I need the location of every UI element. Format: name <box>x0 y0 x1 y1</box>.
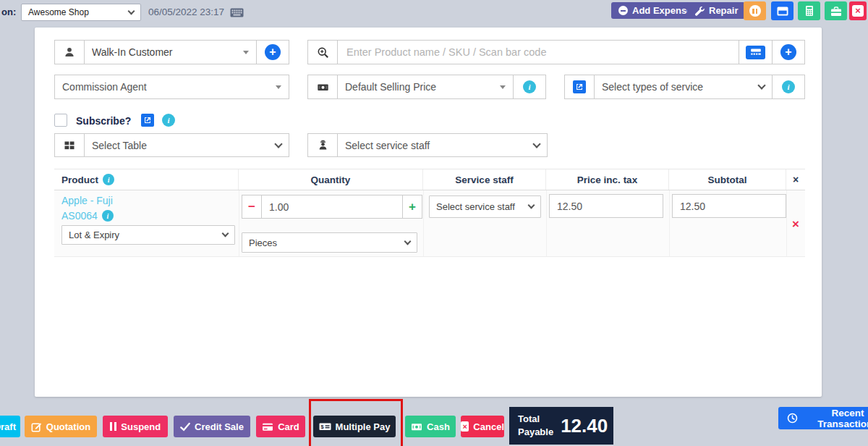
customer-group: Walk-In Customer + <box>54 40 289 64</box>
total-payable-label: Total Payable <box>518 413 553 438</box>
lot-expiry-value: Lot & Expiry <box>69 230 218 240</box>
price-group-value: Default Selling Price <box>345 81 495 93</box>
location-select[interactable]: Awesome Shop <box>21 4 141 21</box>
quantity-input[interactable] <box>261 195 403 219</box>
service-type-group: Select types of service i <box>564 75 805 99</box>
total-payable-value: 12.40 <box>561 415 608 437</box>
external-link-cell <box>564 75 595 99</box>
repair-button[interactable]: Repair <box>687 2 745 19</box>
service-staff-icon <box>307 133 338 157</box>
quantity-decrement-button[interactable]: − <box>242 195 261 219</box>
unit-value: Pieces <box>249 237 401 248</box>
briefcase-icon <box>830 6 842 17</box>
product-search-input[interactable] <box>338 40 739 64</box>
cart-table-header: Product i Quantity Service staff Price i… <box>54 169 805 190</box>
column-header-service-staff: Service staff <box>423 169 546 190</box>
row-service-staff-value: Select service staff <box>436 201 524 212</box>
draft-label: Draft <box>0 421 16 432</box>
service-staff-value: Select service staff <box>345 140 529 151</box>
chevron-down-icon <box>128 7 135 14</box>
recent-transactions-button[interactable]: Recent Transactions <box>778 407 868 429</box>
table-grid-icon <box>54 133 85 157</box>
total-payable-box: Total Payable 12.40 <box>509 407 613 445</box>
price-group-info-cell: i <box>514 75 546 99</box>
top-bar: on: Awesome Shop 06/05/2022 23:17 Add Ex… <box>0 0 868 23</box>
chevron-down-icon <box>757 81 765 89</box>
suspend-button[interactable]: Suspend <box>103 416 168 437</box>
table-select-value: Select Table <box>92 140 271 151</box>
cancel-button[interactable]: × Cancel <box>461 416 504 437</box>
remove-row-button[interactable]: × <box>792 218 799 230</box>
row-service-staff-select[interactable]: Select service staff <box>429 195 541 218</box>
weighing-scale-cell <box>739 40 773 64</box>
close-register-button[interactable]: × <box>849 1 867 20</box>
calculator-icon <box>804 5 815 17</box>
service-staff-select[interactable]: Select service staff <box>338 133 548 157</box>
chevron-down-icon <box>404 237 412 245</box>
quotation-button[interactable]: Quotation <box>25 416 97 437</box>
column-header-price: Price inc. tax <box>546 169 669 190</box>
cart-clear-button[interactable]: × <box>786 169 805 190</box>
quantity-increment-button[interactable]: + <box>403 195 422 219</box>
multiple-pay-button[interactable]: $ Multiple Pay <box>313 416 396 437</box>
cash-icon <box>411 422 422 432</box>
service-type-select[interactable]: Select types of service <box>595 75 773 99</box>
calculator-button[interactable] <box>798 1 820 20</box>
chevron-down-icon <box>222 230 229 237</box>
subscribe-checkbox[interactable] <box>54 114 67 127</box>
transaction-datetime: 06/05/2022 23:17 <box>148 7 224 17</box>
recent-transactions-label: Recent Transactions <box>803 408 868 429</box>
subscription-external-link-icon[interactable] <box>141 114 154 127</box>
datetime-keyboard-icon[interactable] <box>230 7 244 20</box>
fullscreen-window-button[interactable] <box>771 1 793 20</box>
price-inc-tax-input[interactable] <box>549 194 663 218</box>
card-button[interactable]: Card <box>256 416 305 437</box>
quantity-stepper: − + <box>242 195 422 219</box>
cancel-label: Cancel <box>473 421 504 432</box>
multiple-pay-label: Multiple Pay <box>336 421 391 432</box>
table-select[interactable]: Select Table <box>85 133 289 157</box>
keyboard-button[interactable] <box>746 46 765 59</box>
info-icon[interactable]: i <box>523 80 536 93</box>
wrench-icon <box>694 6 705 16</box>
draft-button[interactable]: Draft <box>0 416 20 437</box>
add-product-button[interactable]: + <box>780 44 796 60</box>
suspended-sales-button[interactable] <box>744 1 766 20</box>
close-icon: × <box>852 5 864 17</box>
repair-label: Repair <box>709 5 738 16</box>
product-info-icon[interactable]: i <box>103 174 114 185</box>
credit-card-icon <box>262 422 273 432</box>
column-header-quantity: Quantity <box>239 169 423 190</box>
clock-icon <box>787 413 798 424</box>
credit-sale-button[interactable]: Credit Sale <box>174 416 250 437</box>
sku-info-icon[interactable]: i <box>102 210 114 222</box>
credit-sale-label: Credit Sale <box>195 421 244 432</box>
service-staff-group: Select service staff <box>307 133 548 157</box>
customer-icon <box>54 40 85 64</box>
register-details-button[interactable] <box>825 1 847 20</box>
info-icon[interactable]: i <box>782 80 795 93</box>
column-header-product: Product i <box>54 169 239 190</box>
cart-row: Apple - Fuji AS0064 i Lot & Expiry − + P… <box>54 190 805 257</box>
chevron-down-icon <box>532 140 540 148</box>
lot-expiry-select[interactable]: Lot & Expiry <box>61 225 235 245</box>
subscribe-info-icon[interactable]: i <box>162 114 175 127</box>
subtotal-input[interactable] <box>672 194 786 218</box>
service-type-info-cell: i <box>773 75 805 99</box>
commission-agent-select[interactable]: Commission Agent <box>54 75 289 99</box>
add-customer-button[interactable]: + <box>265 44 281 60</box>
product-search-group: + <box>307 40 805 64</box>
pos-panel: Walk-In Customer + + Commission Agent De <box>35 28 822 397</box>
add-customer-cell: + <box>257 40 289 64</box>
commission-agent-value: Commission Agent <box>62 81 271 93</box>
pause-circle-icon <box>749 5 761 17</box>
quotation-label: Quotation <box>46 421 90 432</box>
cash-button[interactable]: Cash <box>405 416 456 437</box>
product-name-link[interactable]: Apple - Fuji <box>61 195 113 206</box>
cancel-x-icon: × <box>461 421 469 432</box>
customer-select[interactable]: Walk-In Customer <box>85 40 257 64</box>
add-expense-button[interactable]: Add Expense <box>611 2 699 19</box>
unit-select[interactable]: Pieces <box>242 232 417 253</box>
product-sku-row: AS0064 i <box>61 210 114 222</box>
price-group-select[interactable]: Default Selling Price <box>338 75 514 99</box>
